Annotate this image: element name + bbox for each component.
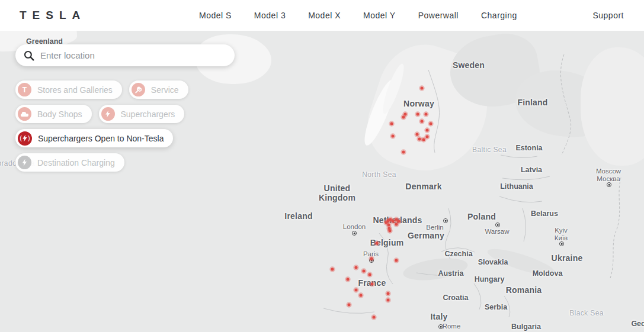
map-label-serbia: Serbia [485,303,507,311]
filter-pill-label: Superchargers Open to Non-Tesla [38,134,164,143]
map-label-finland: Finland [517,98,547,108]
nav-item-support[interactable]: Support [592,0,624,31]
supercharger-marker[interactable] [387,292,390,295]
tesla-logo[interactable]: TESLA [20,9,86,22]
filter-pill-label: Body Shops [37,109,82,119]
map-label-rome: Rome [443,323,461,330]
supercharger-marker[interactable] [390,123,393,125]
nav-item-charging[interactable]: Charging [481,11,517,20]
supercharger-marker[interactable] [421,120,424,123]
map-label-poland: Poland [467,212,496,222]
top-navbar: TESLA Model SModel 3Model XModel YPowerw… [0,0,644,31]
terrain-patch-norway-coast2 [379,62,408,116]
supercharger-marker[interactable] [395,259,398,262]
supercharger-marker[interactable] [370,257,373,260]
supercharger-marker[interactable] [355,266,358,269]
supercharger-marker[interactable] [392,135,395,138]
supercharger-marker[interactable] [348,304,351,307]
supercharger-marker[interactable] [395,223,398,226]
map-label-ireland: Ireland [284,212,312,221]
supercharger-marker[interactable] [402,116,405,119]
map-label-north-sea: North Sea [362,171,396,179]
supercharger-marker[interactable] [376,242,379,245]
city-marker-icon [607,182,611,187]
tesla-t-icon: T [18,83,31,96]
terrain-patch-sweden [445,28,545,114]
map-label-georgia: Georgia [631,320,644,328]
supercharger-marker[interactable] [363,270,366,273]
supercharger-marker[interactable] [398,220,401,223]
map-label-bulgaria: Bulgaria [511,323,541,331]
supercharger-marker[interactable] [392,220,395,223]
supercharger-marker[interactable] [422,138,425,141]
supercharger-marker[interactable] [416,133,419,136]
bolt-in-parentheses-icon: () [18,131,32,146]
filter-pills: TStores and GalleriesServiceBody ShopsSu… [15,80,224,172]
filter-pill-service[interactable]: Service [129,80,188,99]
map-label-belarus: Belarus [531,209,558,218]
city-marker-icon [438,324,443,329]
map-label-moscow: Moscow Москва [596,167,621,183]
map-label-estonia: Estonia [515,144,542,152]
map-label-black-sea: Black Sea [569,310,604,317]
supercharger-marker[interactable] [426,129,429,132]
nav-item-powerwall[interactable]: Powerwall [418,11,459,20]
supercharger-marker[interactable] [418,138,421,141]
filter-pill-destination-charging[interactable]: Destination Charging [15,153,124,172]
supercharger-marker[interactable] [331,268,334,271]
supercharger-marker[interactable] [371,283,374,286]
nav-item-model-3[interactable]: Model 3 [254,11,286,20]
map-label-norway: Norway [403,99,434,109]
supercharger-marker[interactable] [421,87,424,90]
map-label-kyiv: Kyiv Київ [555,227,568,242]
location-search-bar[interactable] [15,44,235,66]
find-us-panel: TStores and GalleriesServiceBody ShopsSu… [15,44,224,172]
map-label-ukraine: Ukraine [552,254,583,263]
supercharger-marker[interactable] [425,113,428,116]
map-label-italy: Italy [430,312,447,322]
map-label-baltic-sea: Baltic Sea [472,146,507,154]
nav-items: Model SModel 3Model XModel YPowerwallCha… [199,0,517,31]
supercharger-marker[interactable] [430,123,432,125]
supercharger-marker[interactable] [404,113,407,116]
city-marker-icon [352,231,357,236]
supercharger-marker[interactable] [360,294,363,297]
supercharger-marker[interactable] [426,136,429,138]
supercharger-marker[interactable] [387,224,390,227]
terrain-patch-carpathians [485,244,558,281]
supercharger-marker[interactable] [355,289,358,292]
supercharger-marker[interactable] [347,278,350,281]
map-label-slovakia: Slovakia [478,258,508,266]
supercharger-marker[interactable] [387,299,390,302]
city-marker-icon [443,218,448,223]
supercharger-marker[interactable] [402,151,405,154]
terrain-patch-east [581,47,644,166]
map-label-berlin: Berlin [426,224,443,231]
supercharger-marker[interactable] [373,316,376,319]
map-label-moldova: Moldova [533,269,563,278]
nav-item-model-x[interactable]: Model X [308,11,341,20]
supercharger-marker[interactable] [369,273,371,276]
filter-pill-body-shops[interactable]: Body Shops [15,105,92,123]
nav-item-model-y[interactable]: Model Y [363,11,396,20]
search-icon [24,50,34,61]
terrain-patch-alps [402,255,469,284]
city-marker-icon [495,223,500,227]
map-label-romania: Romania [506,286,542,295]
car-icon [18,107,31,121]
map-label-czechia: Czechia [444,250,472,258]
supercharger-marker[interactable] [416,113,419,116]
terrain-patch-finland [512,66,614,141]
filter-pill-superchargers[interactable]: Superchargers [99,105,185,123]
terrain-patch-scandinavia [357,33,502,186]
map-label-denmark: Denmark [405,182,441,192]
supercharger-marker[interactable] [389,230,392,233]
search-input[interactable] [40,50,226,60]
filter-pill-label: Destination Charging [37,158,115,167]
filter-pill-stores-and-galleries[interactable]: TStores and Galleries [15,80,122,99]
lightning-bolt-icon [18,156,31,169]
lightning-bolt-icon [101,107,115,121]
map-label-latvia: Latvia [521,166,542,174]
nav-item-model-s[interactable]: Model S [199,11,232,20]
filter-pill-superchargers-open-to-non-tesla[interactable]: ()Superchargers Open to Non-Tesla [15,129,173,147]
